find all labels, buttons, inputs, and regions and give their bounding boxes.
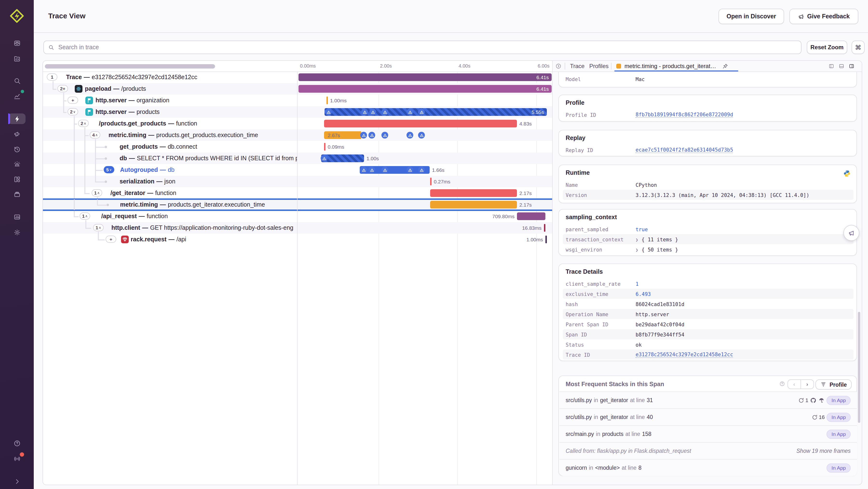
performance-issue-icon[interactable] <box>360 167 367 173</box>
sidebar-item-archive[interactable] <box>8 189 26 199</box>
span-duration-bar[interactable] <box>321 154 364 162</box>
kv-value[interactable]: ❯{ 50 items } <box>636 247 678 252</box>
span-duration-bar[interactable] <box>430 201 517 208</box>
performance-issue-icon[interactable] <box>369 109 376 115</box>
help-icon[interactable] <box>779 381 785 387</box>
sidebar-item-expand[interactable] <box>8 476 26 487</box>
performance-issue-icon[interactable] <box>406 132 413 139</box>
span-row-get-iterator[interactable]: 1∧/get_iterator—function2.17s <box>43 187 552 199</box>
span-row-serialization[interactable]: serialization—json0.27ms <box>43 176 552 187</box>
autogroup-count-badge[interactable]: 5∨ <box>104 166 114 173</box>
profile-button[interactable]: Profile <box>815 379 851 390</box>
performance-issue-icon[interactable] <box>381 167 388 173</box>
sidebar-item-alerts[interactable] <box>8 159 26 169</box>
stack-frame-row[interactable]: gunicorn in <module> at line 8In App <box>559 459 857 476</box>
span-row-api-request[interactable]: 1∧/api_request—function709.80ms <box>43 210 552 222</box>
kv-value[interactable]: ❯{ 11 items } <box>636 236 678 242</box>
sidebar-item-history[interactable] <box>8 144 26 154</box>
sidebar-item-settings[interactable] <box>8 227 26 237</box>
span-row-metric-timing[interactable]: 4∧metric.timing—products.get_products.ex… <box>43 130 552 141</box>
span-row-rack-request[interactable]: +rack.request—/api1.00ms <box>43 234 552 245</box>
span-duration-bar[interactable] <box>299 85 552 93</box>
stack-frame-row[interactable]: src/main.py in products at line 158In Ap… <box>559 425 857 442</box>
span-children-badge[interactable]: 1∧ <box>93 224 104 231</box>
pin-tab-icon[interactable] <box>722 63 728 69</box>
next-stack-button[interactable]: › <box>801 380 813 389</box>
details-scrollbar[interactable] <box>858 312 860 423</box>
span-row-http-server[interactable]: 2∨http.server—products5.55s <box>43 106 552 118</box>
performance-issue-icon[interactable] <box>361 109 368 115</box>
sidebar-item-search[interactable] <box>8 75 26 86</box>
span-children-badge[interactable]: + <box>105 236 116 243</box>
span-children-badge[interactable]: 1∧ <box>92 189 102 197</box>
stack-frame-row[interactable]: src/utils.py in get_iterator at line 311… <box>559 392 857 408</box>
span-row-db[interactable]: db—SELECT * FROM products WHERE id IN (S… <box>43 152 552 164</box>
span-row-pageload[interactable]: 2+pageload—/products6.41s <box>43 83 552 95</box>
stack-frame-row[interactable]: src/utils.py in get_iterator at line 401… <box>559 408 857 425</box>
tab-profiles[interactable]: Profiles <box>589 61 609 71</box>
performance-issue-icon[interactable] <box>406 109 413 115</box>
performance-issue-icon[interactable] <box>360 132 367 139</box>
span-duration-bar[interactable] <box>324 143 325 151</box>
sidebar-item-broadcast[interactable] <box>8 453 26 464</box>
feedback-fab[interactable] <box>843 225 859 241</box>
span-row-http-client[interactable]: 1∧http.client—GET https://application-mo… <box>43 222 552 234</box>
span-children-badge[interactable]: + <box>67 96 78 104</box>
codecov-umbrella-icon[interactable] <box>818 397 825 403</box>
span-row-metric-timing[interactable]: metric.timing—products.get_iterator.exec… <box>43 199 552 210</box>
shortcuts-button[interactable]: ⌘ <box>851 40 865 54</box>
span-duration-bar[interactable] <box>517 212 546 220</box>
sidebar-item-releases[interactable] <box>8 128 26 139</box>
tab-trace[interactable]: Trace <box>570 61 585 71</box>
horizontal-scrollbar[interactable] <box>45 64 215 68</box>
give-feedback-button[interactable]: Give Feedback <box>789 9 858 24</box>
sidebar-item-issues[interactable] <box>8 38 26 48</box>
performance-issue-icon[interactable] <box>418 132 425 139</box>
span-duration-bar[interactable] <box>544 224 545 232</box>
span-children-badge[interactable]: 2∧ <box>78 120 89 127</box>
span-row-trace[interactable]: 1Trace—e31278c256524c3297e2cd12458e12cc6… <box>43 71 552 83</box>
expand-chevron-icon[interactable]: ❯ <box>636 248 638 252</box>
span-children-badge[interactable]: 2∨ <box>67 108 78 115</box>
performance-issue-icon[interactable] <box>325 109 332 115</box>
performance-issue-icon[interactable] <box>368 167 375 173</box>
search-input[interactable] <box>57 44 797 51</box>
open-in-discover-button[interactable]: Open in Discover <box>718 9 784 24</box>
layout-right-icon[interactable] <box>849 63 855 69</box>
span-duration-bar[interactable] <box>324 108 547 116</box>
performance-issue-icon[interactable] <box>418 167 425 173</box>
span-duration-bar[interactable] <box>324 120 517 127</box>
performance-issue-icon[interactable] <box>418 109 425 115</box>
expand-chevron-icon[interactable]: ❯ <box>636 237 638 242</box>
layout-bottom-icon[interactable] <box>839 63 844 69</box>
span-duration-bar[interactable] <box>546 236 547 243</box>
layout-left-icon[interactable] <box>829 63 834 69</box>
performance-issue-icon[interactable] <box>321 155 328 162</box>
span-duration-bar[interactable] <box>299 74 552 81</box>
tab-active-span[interactable]: metric.timing - products.get_iterat… <box>624 61 716 71</box>
github-icon[interactable] <box>810 397 816 403</box>
sidebar-item-monitors[interactable] <box>8 211 26 222</box>
reset-zoom-button[interactable]: Reset Zoom <box>807 40 847 54</box>
performance-issue-icon[interactable] <box>368 132 375 139</box>
span-row-http-server[interactable]: +http.server—organization1.00ms <box>43 95 552 106</box>
collapse-panel-icon[interactable] <box>556 63 561 69</box>
sidebar-item-help[interactable] <box>8 438 26 449</box>
stack-called-from-row[interactable]: Called from: flask/app.py in Flask.dispa… <box>559 442 857 459</box>
span-duration-bar[interactable] <box>430 178 431 185</box>
performance-issue-icon[interactable] <box>381 132 388 139</box>
span-children-badge[interactable]: 1 <box>47 74 57 81</box>
kv-value-link[interactable]: e31278c256524c3297e2cd12458e12cc <box>636 351 733 358</box>
sidebar-item-performance[interactable] <box>8 113 26 124</box>
span-children-badge[interactable]: 2+ <box>57 85 68 92</box>
sidebar-item-projects[interactable] <box>8 53 26 64</box>
sentry-logo[interactable] <box>9 8 25 24</box>
sidebar-item-stats[interactable] <box>8 91 26 102</box>
sidebar-item-dashboards[interactable] <box>8 174 26 184</box>
performance-issue-icon[interactable] <box>406 167 413 173</box>
span-children-badge[interactable]: 4∧ <box>90 131 100 139</box>
span-duration-bar[interactable] <box>327 96 328 104</box>
show-more-frames-link[interactable]: Show 19 more frames <box>796 448 850 454</box>
span-row-autogrouped[interactable]: 5∨Autogrouped—db1.66s <box>43 164 552 176</box>
kv-value-link[interactable]: 8fb7bb1891994f8c862f206e8722009d <box>636 112 733 118</box>
